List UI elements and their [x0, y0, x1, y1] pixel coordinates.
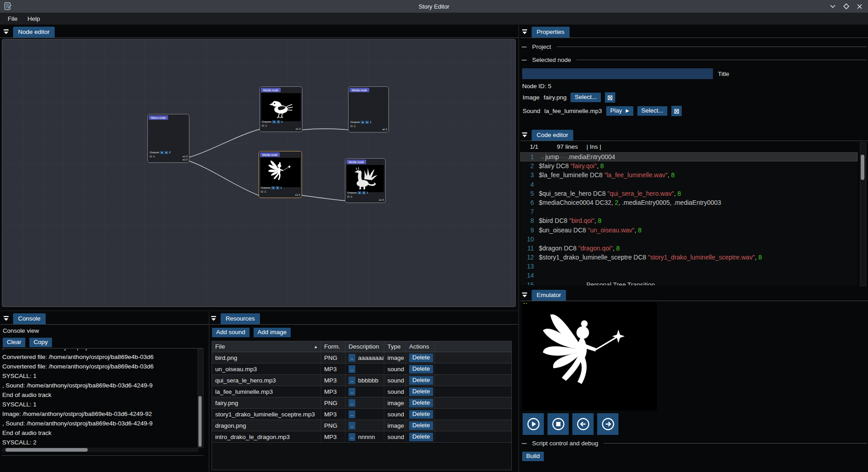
- column-header-description[interactable]: Description: [349, 343, 379, 350]
- edit-description-button[interactable]: ..: [349, 354, 355, 362]
- output-next-icon[interactable]: ▸: [276, 186, 279, 189]
- play-sound-button[interactable]: Play▶: [606, 106, 633, 116]
- code-line[interactable]: 8$bird DC8 "bird.qoi", 8: [520, 216, 858, 225]
- code-line[interactable]: 9$un_oiseau DC8 "un_oiseau.wav", 8: [520, 226, 858, 235]
- select-sound-button[interactable]: Select...: [637, 106, 668, 116]
- column-header-file[interactable]: File: [215, 343, 225, 350]
- delete-button[interactable]: Delete: [409, 365, 433, 373]
- minimize-button[interactable]: [830, 4, 836, 9]
- delete-button[interactable]: Delete: [409, 421, 433, 430]
- collapse-icon[interactable]: [211, 316, 217, 321]
- column-header-actions[interactable]: Actions: [409, 343, 429, 350]
- step-back-button[interactable]: [572, 413, 594, 435]
- table-row[interactable]: fairy.pngPNG..imageDelete: [212, 397, 511, 409]
- node-port[interactable]: ▸1 0: [296, 127, 301, 131]
- delete-button[interactable]: Delete: [409, 399, 433, 407]
- output-prev-icon[interactable]: ◂: [272, 120, 276, 123]
- code-vertical-scrollbar[interactable]: [860, 142, 866, 286]
- graph-node[interactable]: Media nodeOutputs◂▸1O: 1▸1 0: [345, 158, 386, 203]
- tab-resources[interactable]: Resources: [221, 313, 260, 324]
- output-prev-icon[interactable]: ◂: [358, 191, 361, 194]
- play-button[interactable]: [523, 413, 544, 435]
- menu-file[interactable]: File: [3, 14, 23, 24]
- code-line[interactable]: 10: [520, 235, 858, 244]
- table-row[interactable]: intro_drako_le_dragon.mp3MP3..nnnnnsound…: [212, 431, 511, 443]
- code-line[interactable]: 1→jump····.mediaEntry0004: [520, 152, 858, 161]
- table-row[interactable]: story1_drako_luminelle_sceptre.mp3MP3..s…: [212, 409, 511, 420]
- edit-description-button[interactable]: ..: [349, 399, 355, 407]
- output-prev-icon[interactable]: ◂: [271, 186, 275, 189]
- clear-button[interactable]: Clear: [3, 338, 25, 347]
- tab-properties[interactable]: Properties: [532, 27, 570, 38]
- node-port[interactable]: ▸1 0: [183, 155, 188, 158]
- tab-emulator[interactable]: Emulator: [532, 290, 566, 301]
- title-input[interactable]: [522, 68, 713, 79]
- collapse-icon[interactable]: [522, 29, 528, 34]
- clear-image-button[interactable]: ⊠: [605, 92, 615, 103]
- node-canvas[interactable]: Menu nodeOutputs◂▸2O: 1▸1 0▸2 0Media nod…: [2, 39, 516, 307]
- console-vertical-scrollbar[interactable]: [198, 349, 203, 448]
- output-next-icon[interactable]: ▸: [362, 191, 366, 194]
- column-header-type[interactable]: Type: [387, 343, 401, 350]
- table-row[interactable]: un_oiseau.mp3MP3..soundDelete: [212, 363, 511, 375]
- output-next-icon[interactable]: ▸: [365, 121, 369, 124]
- code-line[interactable]: 7: [520, 207, 858, 216]
- delete-button[interactable]: Delete: [409, 354, 433, 362]
- add-image-button[interactable]: Add image: [254, 328, 291, 337]
- delete-button[interactable]: Delete: [409, 387, 433, 396]
- edit-description-button[interactable]: ..: [349, 422, 355, 430]
- code-line[interactable]: 14: [520, 271, 858, 280]
- collapse-icon[interactable]: [3, 29, 9, 34]
- output-prev-icon[interactable]: ◂: [160, 151, 164, 154]
- tab-code-editor[interactable]: Code editor: [532, 130, 573, 141]
- edit-description-button[interactable]: ..: [349, 388, 355, 396]
- edit-description-button[interactable]: ..: [349, 433, 355, 441]
- output-next-icon[interactable]: ▸: [165, 151, 168, 154]
- column-header-form[interactable]: Form.: [324, 343, 340, 350]
- code-line[interactable]: 11$dragon DC8 "dragon.qoi", 8: [520, 244, 858, 253]
- table-row[interactable]: bird.pngPNG..aaaaaaaaaimageDelete: [212, 352, 511, 363]
- close-button[interactable]: [857, 4, 863, 9]
- graph-node[interactable]: Menu nodeOutputs◂▸2O: 1▸1 0▸2 0: [147, 114, 189, 163]
- delete-button[interactable]: Delete: [409, 433, 433, 441]
- output-prev-icon[interactable]: ◂: [361, 121, 364, 124]
- delete-button[interactable]: Delete: [409, 410, 433, 419]
- collapse-icon[interactable]: [3, 316, 9, 321]
- main-right-divider[interactable]: [519, 25, 519, 472]
- output-next-icon[interactable]: ▸: [277, 120, 280, 123]
- edit-description-button[interactable]: ..: [349, 365, 355, 373]
- edit-description-button[interactable]: ..: [349, 377, 355, 384]
- code-line[interactable]: 5$qui_sera_le_hero DC8 "qui_sera_le_hero…: [520, 189, 858, 198]
- select-image-button[interactable]: Select...: [571, 93, 601, 102]
- graph-node[interactable]: Media nodeOutputs◂▸1O: 1◂1 0: [348, 86, 389, 132]
- clear-sound-button[interactable]: ⊠: [671, 106, 682, 116]
- collapse-icon[interactable]: [522, 132, 528, 137]
- copy-button[interactable]: Copy: [29, 338, 52, 347]
- graph-node[interactable]: Media nodeOutputs◂▸1O: 1▸1 0: [259, 86, 302, 132]
- code-line[interactable]: 13: [520, 262, 858, 271]
- table-row[interactable]: la_fee_luminelle.mp3MP3..soundDelete: [212, 386, 511, 397]
- stop-button[interactable]: [547, 413, 569, 435]
- maximize-button[interactable]: [843, 3, 849, 9]
- code-editor-area[interactable]: 1→jump····.mediaEntry00042$fairy DC8 "fa…: [520, 152, 858, 285]
- console-horizontal-scrollbar[interactable]: [2, 448, 198, 452]
- menu-help[interactable]: Help: [23, 14, 45, 24]
- step-forward-button[interactable]: [597, 413, 618, 435]
- tab-node-editor[interactable]: Node editor: [13, 27, 55, 38]
- console-resources-divider[interactable]: [209, 312, 209, 472]
- collapse-icon[interactable]: [522, 292, 528, 297]
- build-button[interactable]: Build: [522, 452, 544, 461]
- node-port[interactable]: ▸1 0: [379, 198, 384, 202]
- node-port[interactable]: ◂1 0: [382, 128, 387, 131]
- table-row[interactable]: dragon.pngPNG..imageDelete: [212, 420, 511, 431]
- add-sound-button[interactable]: Add sound: [212, 328, 250, 337]
- graph-node[interactable]: Media nodeOutputs◂▸1O: 1▸1 0: [259, 151, 302, 198]
- code-line[interactable]: 6$mediaChoice0004 DC32, 2, .mediaEntry00…: [520, 198, 858, 207]
- node-port[interactable]: ▸1 0: [296, 194, 300, 197]
- code-line[interactable]: 12$story1_drako_luminelle_sceptre DC8 "s…: [520, 253, 858, 262]
- table-row[interactable]: qui_sera_le_hero.mp3MP3..bbbbbbsoundDele…: [212, 375, 511, 386]
- node-port[interactable]: ▸2 0: [183, 158, 188, 161]
- code-line[interactable]: 4: [520, 180, 858, 189]
- delete-button[interactable]: Delete: [409, 376, 433, 385]
- code-line[interactable]: 3$la_fee_luminelle DC8 "la_fee_luminelle…: [520, 170, 858, 179]
